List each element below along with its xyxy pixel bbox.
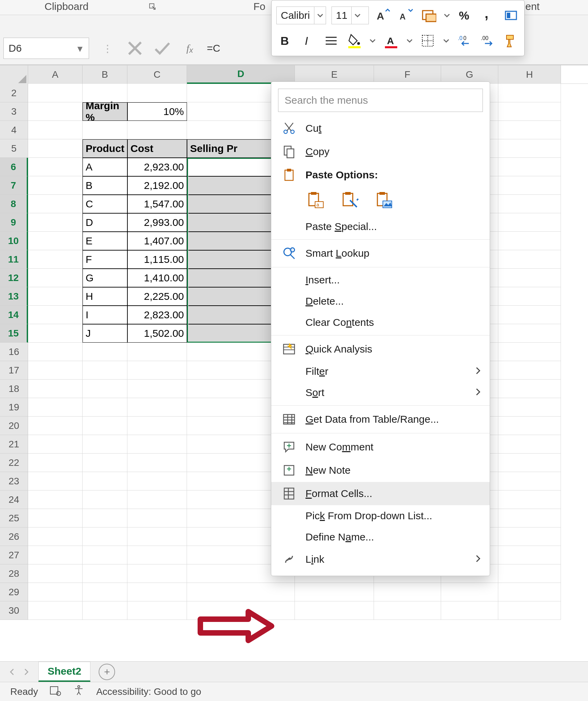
cell[interactable] (498, 195, 561, 213)
cell[interactable] (28, 527, 83, 546)
cell[interactable] (83, 121, 127, 139)
sheet-nav[interactable] (8, 668, 30, 676)
borders-icon[interactable] (419, 31, 437, 50)
cell[interactable] (498, 454, 561, 472)
cell[interactable] (127, 509, 187, 527)
cell[interactable] (295, 601, 374, 620)
cell[interactable] (28, 454, 83, 472)
cell[interactable] (127, 564, 187, 583)
font-size-combo[interactable]: 11 (331, 7, 369, 24)
cell[interactable] (295, 583, 374, 601)
menu-copy[interactable]: CopyCopy (271, 140, 490, 163)
cell[interactable] (28, 195, 83, 213)
cell[interactable] (83, 435, 127, 454)
menu-link[interactable]: LinkLink (271, 548, 490, 571)
cell[interactable] (498, 343, 561, 361)
cell[interactable]: 10% (127, 102, 187, 121)
cell[interactable] (498, 121, 561, 139)
cell[interactable] (127, 454, 187, 472)
clipboard-launcher-icon[interactable] (148, 2, 157, 11)
cell-styles-icon[interactable] (420, 6, 437, 25)
cell[interactable] (498, 361, 561, 380)
paste-default-icon[interactable]: a (305, 190, 326, 211)
cell[interactable] (28, 269, 83, 287)
cell[interactable] (28, 121, 83, 139)
cell[interactable] (28, 380, 83, 398)
cell[interactable]: 2,225.00 (127, 287, 187, 306)
column-header-C[interactable]: C (127, 65, 187, 84)
paste-picture-icon[interactable] (374, 190, 395, 211)
cell[interactable] (28, 84, 83, 102)
cell[interactable] (28, 435, 83, 454)
cell[interactable] (83, 84, 127, 102)
row-header-19[interactable]: 19 (0, 398, 28, 417)
cell[interactable] (28, 343, 83, 361)
cell[interactable] (28, 583, 83, 601)
cell[interactable] (127, 84, 187, 102)
cell[interactable]: H (83, 287, 127, 306)
cell[interactable] (28, 509, 83, 527)
cell[interactable]: Cost (127, 139, 187, 158)
decrease-font-icon[interactable]: A (397, 6, 415, 25)
cell[interactable] (127, 121, 187, 139)
cell[interactable] (498, 417, 561, 435)
cell[interactable] (498, 250, 561, 269)
fill-color-dropdown-icon[interactable] (369, 31, 377, 50)
row-header-6[interactable]: 6 (0, 158, 28, 176)
menu-cut[interactable]: CutCut (271, 117, 490, 140)
cell[interactable] (127, 398, 187, 417)
cell[interactable] (28, 490, 83, 509)
cell[interactable] (127, 380, 187, 398)
row-header-16[interactable]: 16 (0, 343, 28, 361)
cell[interactable] (127, 417, 187, 435)
cell[interactable]: Product (83, 139, 127, 158)
cancel-formula-icon[interactable] (125, 38, 145, 59)
cell[interactable] (28, 417, 83, 435)
cell[interactable]: 1,547.00 (127, 195, 187, 213)
menu-get-data[interactable]: Get Data from Table/Range...Get Data fro… (271, 408, 490, 431)
cell[interactable] (28, 546, 83, 564)
column-header-B[interactable]: B (83, 65, 127, 84)
row-header-21[interactable]: 21 (0, 435, 28, 454)
cell[interactable] (127, 343, 187, 361)
cell[interactable] (28, 176, 83, 195)
cell[interactable] (441, 583, 498, 601)
cell[interactable] (28, 250, 83, 269)
font-size-dropdown-icon[interactable] (351, 7, 363, 24)
font-name-combo[interactable]: Calibri (276, 7, 326, 24)
cell[interactable]: 1,407.00 (127, 232, 187, 250)
font-name-dropdown-icon[interactable] (314, 7, 326, 24)
accessibility-icon[interactable] (73, 685, 85, 699)
menu-format-cells[interactable]: Format Cells...Format Cells... (271, 482, 490, 505)
cell[interactable]: F (83, 250, 127, 269)
cell[interactable] (127, 546, 187, 564)
cell[interactable] (127, 472, 187, 490)
cell[interactable]: I (83, 306, 127, 324)
cell[interactable] (83, 509, 127, 527)
cell[interactable]: E (83, 232, 127, 250)
cell[interactable] (28, 564, 83, 583)
row-header-7[interactable]: 7 (0, 176, 28, 195)
cell[interactable] (83, 398, 127, 417)
align-icon[interactable] (323, 31, 340, 50)
row-header-4[interactable]: 4 (0, 121, 28, 139)
cell[interactable] (498, 472, 561, 490)
cell[interactable] (83, 417, 127, 435)
cell[interactable] (28, 398, 83, 417)
cell[interactable] (498, 546, 561, 564)
increase-decimal-icon[interactable]: .00 (456, 31, 473, 50)
row-header-30[interactable]: 30 (0, 601, 28, 620)
cell[interactable] (498, 213, 561, 232)
borders-dropdown-icon[interactable] (442, 31, 450, 50)
cell[interactable] (83, 490, 127, 509)
cell[interactable] (498, 435, 561, 454)
cell[interactable] (127, 435, 187, 454)
sheet-next-icon[interactable] (23, 668, 30, 676)
row-header-23[interactable]: 23 (0, 472, 28, 490)
cell[interactable]: 2,823.00 (127, 306, 187, 324)
cell[interactable] (28, 158, 83, 176)
paste-formulas-icon[interactable] (340, 190, 360, 211)
cell[interactable]: 1,115.00 (127, 250, 187, 269)
cell[interactable] (498, 527, 561, 546)
cell[interactable] (127, 601, 187, 620)
